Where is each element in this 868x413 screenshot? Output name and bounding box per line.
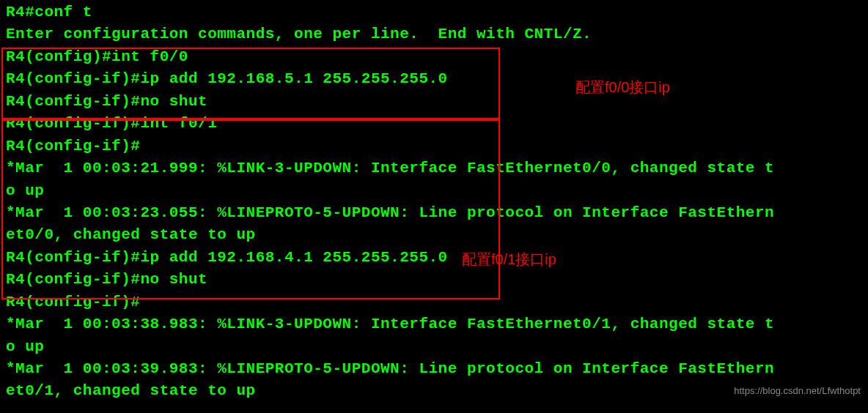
terminal-line: R4(config-if)#ip add 192.168.4.1 255.255…: [6, 247, 868, 269]
terminal-line: et0/0, changed state to up: [6, 224, 868, 246]
terminal-line: R4(config-if)#: [6, 135, 868, 157]
terminal-line: Enter configuration commands, one per li…: [6, 23, 868, 45]
terminal-line: *Mar 1 00:03:23.055: %LINEPROTO-5-UPDOWN…: [6, 202, 868, 224]
terminal-line: R4(config-if)#no shut: [6, 91, 868, 113]
terminal-line: R4(config-if)#no shut: [6, 269, 868, 291]
annotation-label-2: 配置f0/1接口ip: [462, 249, 556, 270]
terminal-output[interactable]: R4#conf t Enter configuration commands, …: [6, 1, 868, 403]
terminal-line: *Mar 1 00:03:21.999: %LINK-3-UPDOWN: Int…: [6, 157, 868, 179]
terminal-line: *Mar 1 00:03:39.983: %LINEPROTO-5-UPDOWN…: [6, 358, 868, 380]
terminal-line: R4(config-if)#: [6, 291, 868, 313]
terminal-line: o up: [6, 336, 868, 358]
terminal-line: R4#conf t: [6, 1, 868, 23]
terminal-line: R4(config-if)#ip add 192.168.5.1 255.255…: [6, 68, 868, 90]
watermark-text: https://blog.csdn.net/Lfwthotpt: [734, 384, 861, 398]
terminal-line: o up: [6, 180, 868, 202]
terminal-line: R4(config-if)#int f0/1: [6, 113, 868, 135]
terminal-line: R4(config)#int f0/0: [6, 46, 868, 68]
annotation-label-1: 配置f0/0接口ip: [575, 77, 670, 98]
terminal-line: *Mar 1 00:03:38.983: %LINK-3-UPDOWN: Int…: [6, 313, 868, 335]
